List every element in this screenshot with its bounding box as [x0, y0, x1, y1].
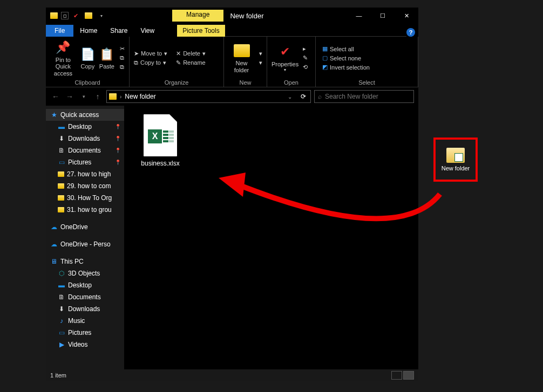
- new-folder-button[interactable]: New folder: [226, 42, 257, 74]
- file-list-pane[interactable]: X business.xlsx: [124, 106, 418, 369]
- sidebar-onedrive-personal[interactable]: ☁OneDrive - Perso: [46, 238, 124, 250]
- app-icon: [48, 10, 60, 22]
- sidebar-item-desktop[interactable]: ▬Desktop📍: [46, 121, 124, 133]
- quick-access-toolbar: ◻ ✔ ▾: [46, 10, 107, 22]
- close-button[interactable]: ✕: [395, 8, 418, 24]
- explorer-window: ◻ ✔ ▾ Manage New folder — ☐ ✕ File Home …: [46, 8, 418, 381]
- delete-button[interactable]: ✕ Delete ▾: [174, 50, 208, 58]
- status-bar: 1 item: [46, 369, 418, 381]
- excel-file-icon: X: [144, 114, 177, 156]
- new-item-button[interactable]: ▾: [257, 50, 264, 58]
- address-box[interactable]: › New folder ⌄ ⟳: [106, 90, 311, 103]
- pin-to-quick-access-button[interactable]: 📌Pin to Quick access: [48, 38, 78, 78]
- paste-shortcut-button[interactable]: ⧉: [118, 63, 127, 71]
- desktop-new-folder-highlight: New folder: [433, 137, 478, 182]
- group-label: Organize: [130, 79, 223, 87]
- explorer-body: ★Quick access ▬Desktop📍 ⬇Downloads📍 🗎Doc…: [46, 106, 418, 369]
- icons-view-button[interactable]: [403, 371, 414, 380]
- help-button[interactable]: ?: [406, 28, 415, 37]
- open-button[interactable]: ▸: [301, 45, 310, 53]
- window-title: New folder: [230, 12, 263, 20]
- maximize-button[interactable]: ☐: [371, 8, 395, 24]
- forward-button[interactable]: →: [64, 92, 75, 101]
- tab-file[interactable]: File: [46, 25, 73, 37]
- item-count: 1 item: [50, 372, 66, 379]
- sidebar-item-music[interactable]: ♪Music: [46, 315, 124, 327]
- ribbon: 📌Pin to Quick access 📄Copy 📋Paste ✂ ⧉ ⧉ …: [46, 37, 418, 87]
- back-button[interactable]: ←: [50, 92, 61, 101]
- sidebar-item-3d-objects[interactable]: ⬡3D Objects: [46, 267, 124, 279]
- tab-view[interactable]: View: [134, 25, 161, 37]
- minimize-button[interactable]: —: [347, 8, 371, 24]
- sidebar-item-folder[interactable]: 27. how to high: [46, 168, 124, 180]
- qat-item[interactable]: ◻: [61, 12, 69, 19]
- select-none-button[interactable]: ▢ Select none: [320, 54, 372, 62]
- folder-icon[interactable]: [446, 148, 465, 163]
- title-bar: ◻ ✔ ▾ Manage New folder — ☐ ✕: [46, 8, 418, 24]
- copy-path-button[interactable]: ⧉: [118, 54, 127, 62]
- address-dropdown[interactable]: ⌄: [284, 94, 295, 100]
- copy-to-button[interactable]: ⧉ Copy to ▾: [132, 59, 169, 67]
- qat-item[interactable]: [83, 10, 94, 22]
- group-label: Select: [316, 79, 418, 87]
- navigation-pane[interactable]: ★Quick access ▬Desktop📍 ⬇Downloads📍 🗎Doc…: [46, 106, 124, 369]
- paste-button[interactable]: 📋Paste: [97, 45, 117, 71]
- sidebar-item-folder[interactable]: 30. How To Org: [46, 192, 124, 204]
- sidebar-item-documents[interactable]: 🗎Documents📍: [46, 145, 124, 156]
- refresh-button[interactable]: ⟳: [298, 93, 308, 100]
- easy-access-button[interactable]: ▾: [257, 59, 264, 67]
- desktop-item-label: New folder: [442, 165, 470, 171]
- sidebar-item-desktop[interactable]: ▬Desktop: [46, 279, 124, 291]
- qat-item[interactable]: ✔: [70, 10, 82, 22]
- sidebar-item-pictures[interactable]: ▭Pictures: [46, 327, 124, 339]
- sidebar-item-downloads[interactable]: ⬇Downloads📍: [46, 133, 124, 145]
- group-label: Clipboard: [46, 79, 129, 87]
- ribbon-tabs: File Home Share View Picture Tools ?: [46, 24, 418, 37]
- move-to-button[interactable]: ➤ Move to ▾: [132, 50, 169, 58]
- select-all-button[interactable]: ▦ Select all: [320, 45, 372, 53]
- group-label: Open: [267, 79, 315, 87]
- tab-picture-tools[interactable]: Picture Tools: [177, 25, 225, 37]
- properties-button[interactable]: ✔Properties▾: [269, 43, 301, 74]
- rename-button[interactable]: ✎ Rename: [174, 59, 208, 67]
- sidebar-item-folder[interactable]: 31. how to grou: [46, 204, 124, 216]
- sidebar-item-downloads[interactable]: ⬇Downloads: [46, 303, 124, 315]
- sidebar-item-videos[interactable]: ▶Videos: [46, 339, 124, 350]
- sidebar-item-documents[interactable]: 🗎Documents: [46, 291, 124, 303]
- address-bar: ← → ▾ ↑ › New folder ⌄ ⟳ ⌕ Search New fo…: [46, 87, 418, 106]
- details-view-button[interactable]: [391, 371, 402, 380]
- file-item[interactable]: X business.xlsx: [136, 114, 185, 167]
- sidebar-quick-access[interactable]: ★Quick access: [46, 109, 124, 121]
- sidebar-onedrive[interactable]: ☁OneDrive: [46, 221, 124, 233]
- sidebar-item-folder[interactable]: 29. how to com: [46, 180, 124, 192]
- edit-button[interactable]: ✎: [301, 54, 310, 62]
- folder-icon: [109, 93, 117, 100]
- group-label: New: [224, 79, 267, 87]
- copy-button[interactable]: 📄Copy: [78, 45, 97, 71]
- up-button[interactable]: ↑: [92, 92, 103, 101]
- search-icon: ⌕: [318, 93, 322, 100]
- cut-button[interactable]: ✂: [118, 45, 127, 53]
- search-placeholder: Search New folder: [325, 93, 378, 100]
- sidebar-this-pc[interactable]: 🖥This PC: [46, 256, 124, 267]
- file-name: business.xlsx: [136, 160, 185, 167]
- recent-locations-button[interactable]: ▾: [78, 94, 89, 99]
- history-button[interactable]: ⟲: [301, 63, 310, 71]
- invert-selection-button[interactable]: ◩ Invert selection: [320, 63, 372, 71]
- contextual-tab-manage[interactable]: Manage: [172, 10, 223, 22]
- sidebar-item-pictures[interactable]: ▭Pictures📍: [46, 156, 124, 168]
- qat-overflow[interactable]: ▾: [96, 10, 107, 22]
- tab-home[interactable]: Home: [73, 25, 104, 37]
- breadcrumb[interactable]: New folder: [125, 93, 155, 100]
- tab-share[interactable]: Share: [104, 25, 134, 37]
- search-box[interactable]: ⌕ Search New folder: [314, 90, 414, 103]
